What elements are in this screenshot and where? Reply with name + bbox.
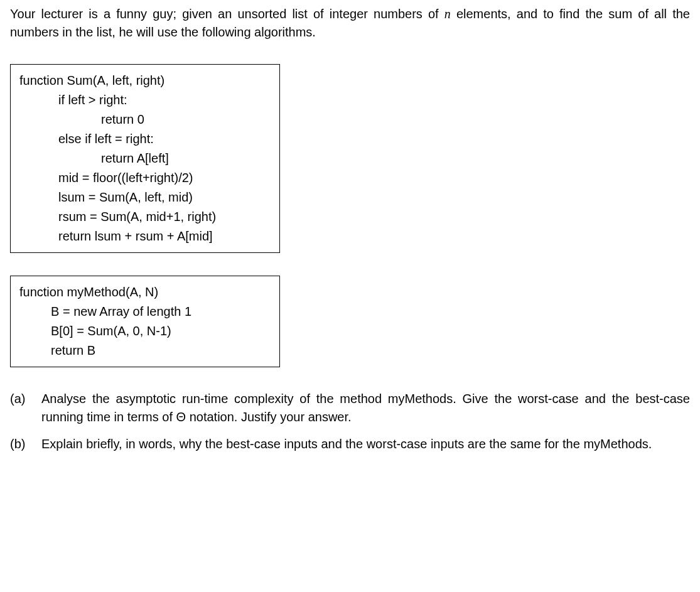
variable-n: n <box>444 7 451 21</box>
code-line: return A[left] <box>19 149 271 168</box>
code-line: B[0] = Sum(A, 0, N-1) <box>19 321 271 341</box>
code-line: function Sum(A, left, right) <box>19 71 271 90</box>
code-line: rsum = Sum(A, mid+1, right) <box>19 207 271 227</box>
code-line: else if left = right: <box>19 129 271 149</box>
question-a: (a) Analyse the asymptotic run-time comp… <box>10 390 690 426</box>
code-block-sum: function Sum(A, left, right) if left > r… <box>10 64 280 253</box>
question-text: Explain briefly, in words, why the best-… <box>41 435 690 453</box>
code-line: function myMethod(A, N) <box>19 283 271 302</box>
code-block-mymethod: function myMethod(A, N) B = new Array of… <box>10 276 280 367</box>
code-line: mid = floor((left+right)/2) <box>19 168 271 188</box>
question-label: (b) <box>10 435 41 453</box>
question-text: Analyse the asymptotic run-time complexi… <box>41 390 690 426</box>
intro-text-1: Your lecturer is a funny guy; given an u… <box>10 7 444 21</box>
code-line: return 0 <box>19 110 271 129</box>
questions-list: (a) Analyse the asymptotic run-time comp… <box>10 390 690 453</box>
code-line: return lsum + rsum + A[mid] <box>19 227 271 246</box>
code-line: return B <box>19 341 271 360</box>
intro-paragraph: Your lecturer is a funny guy; given an u… <box>10 5 690 41</box>
question-b: (b) Explain briefly, in words, why the b… <box>10 435 690 453</box>
question-label: (a) <box>10 390 41 426</box>
code-line: if left > right: <box>19 90 271 110</box>
code-line: lsum = Sum(A, left, mid) <box>19 188 271 207</box>
code-line: B = new Array of length 1 <box>19 302 271 321</box>
